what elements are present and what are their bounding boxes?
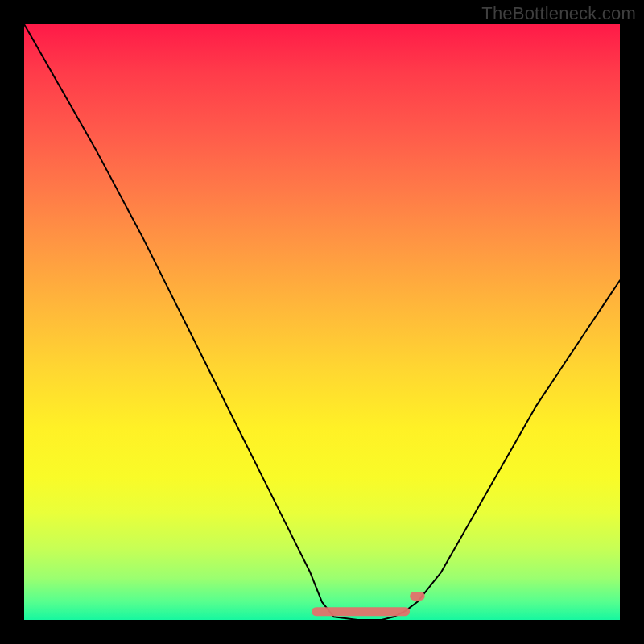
- flat-band-group: [316, 596, 420, 611]
- plot-area: [24, 24, 620, 620]
- attribution-label: TheBottleneck.com: [481, 3, 636, 24]
- chart-svg: [24, 24, 620, 620]
- chart-curve: [24, 24, 620, 620]
- chart-frame: TheBottleneck.com: [0, 0, 644, 644]
